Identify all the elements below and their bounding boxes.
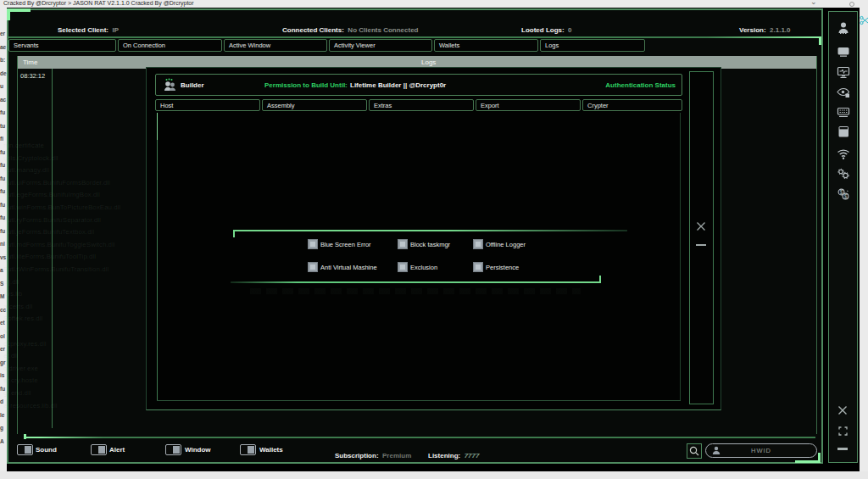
dialog-tab-crypter[interactable]: Crypter bbox=[582, 99, 682, 111]
tab-on-connection[interactable]: On Connection bbox=[118, 39, 222, 52]
ghost-log-line: xvs.lib bbox=[3, 290, 144, 298]
builder-header: Builder Permission to Build Until: Lifet… bbox=[155, 74, 682, 96]
panel-border-top bbox=[233, 230, 627, 231]
tab-wallets[interactable]: Wallets bbox=[434, 39, 538, 52]
ghost-log-line: Softek.res.dll bbox=[3, 315, 144, 322]
permission-label: Permission to Build Until: bbox=[264, 81, 348, 89]
activity-monitor-icon[interactable] bbox=[836, 64, 851, 80]
scissors-icon[interactable] bbox=[860, 14, 868, 26]
ghost-log-line: Futl.mdForms.BunifuToggleSwitch.dll bbox=[3, 241, 144, 248]
toggle-label: Sound bbox=[36, 446, 57, 454]
panel-border-bottom bbox=[231, 281, 601, 283]
subscription-value: Premium bbox=[382, 452, 411, 460]
svg-text:$: $ bbox=[844, 193, 848, 199]
tab-activity-viewer[interactable]: Activity Viewer bbox=[329, 39, 432, 52]
listening: Listening: 7777 bbox=[428, 446, 479, 461]
desktop-top-strip: Cracked By @Drcryptor > JASON RAT V2.1.1… bbox=[0, 0, 868, 8]
svg-text:$: $ bbox=[840, 189, 843, 195]
toggle-alert[interactable] bbox=[91, 444, 107, 455]
panel-border-top-hook bbox=[233, 230, 235, 237]
subscription-label: Subscription: bbox=[335, 452, 379, 460]
toggle-label: Window bbox=[185, 446, 211, 454]
settings-gears-icon[interactable] bbox=[836, 166, 851, 181]
dialog-content-border-left bbox=[157, 113, 158, 401]
ghost-log-line: is.resources.lib.dll bbox=[3, 402, 144, 409]
checkbox-label: Exclusion bbox=[410, 264, 437, 271]
ghost-log-line: gr.end.dll bbox=[3, 389, 144, 397]
ghost-log-line: Futl.liteForms.BunifuToolTip.dll bbox=[3, 253, 144, 260]
monitor-icon[interactable] bbox=[836, 44, 851, 59]
checkbox-persistence[interactable] bbox=[473, 262, 483, 272]
ghost-log-line: Futl.uiForms.BunifuFormsBorder.dll bbox=[3, 179, 144, 187]
version-value: 2.1.1.0 bbox=[770, 26, 790, 34]
logs-column-header: Logs bbox=[421, 58, 436, 66]
tab-logs[interactable]: Logs bbox=[540, 39, 645, 52]
ghost-log-line: Futl.jeForms.BunifuTextbox.dll bbox=[3, 228, 144, 236]
checkbox-block-taskmgr[interactable] bbox=[398, 239, 408, 249]
dialog-tab-extras[interactable]: Extras bbox=[369, 99, 474, 111]
eye-viewer-icon[interactable] bbox=[836, 85, 851, 100]
tab-servants[interactable]: Servants bbox=[8, 39, 116, 52]
dialog-tab-assembly[interactable]: Assembly bbox=[262, 99, 367, 111]
toggle-sound[interactable] bbox=[17, 444, 33, 455]
dialog-content-border-right bbox=[680, 113, 681, 401]
checkbox-label: Offline Logger bbox=[486, 241, 526, 248]
user-icon[interactable] bbox=[836, 20, 851, 36]
ghost-smudge bbox=[250, 288, 581, 294]
time-column-divider bbox=[52, 69, 53, 428]
desktop-right-strip bbox=[860, 8, 868, 471]
wifi-icon[interactable] bbox=[836, 146, 851, 161]
connected-clients-value: No Clients Connected bbox=[348, 26, 418, 34]
maximize-icon[interactable] bbox=[838, 426, 848, 436]
ghost-log-line: et.dll bbox=[3, 352, 144, 359]
tab-active-window[interactable]: Active Window bbox=[224, 39, 327, 52]
close-icon[interactable] bbox=[837, 404, 849, 416]
checkbox-exclusion[interactable] bbox=[398, 262, 408, 272]
checkbox-label: Blue Screen Error bbox=[320, 241, 371, 248]
background-fragment: le bbox=[0, 412, 4, 418]
ghost-log-line: M bbox=[3, 327, 144, 335]
builder-title: Builder bbox=[181, 81, 204, 89]
money-sync-icon[interactable]: $$ bbox=[836, 187, 851, 202]
dialog-tab-export[interactable]: Export bbox=[476, 99, 581, 111]
selected-client: Selected Client: IP bbox=[58, 20, 119, 36]
dialog-minimize-icon[interactable] bbox=[696, 244, 706, 246]
toggle-wallets[interactable] bbox=[240, 444, 256, 455]
connected-clients: Connected Clients: No Clients Connected bbox=[282, 20, 418, 36]
dialog-close-icon[interactable] bbox=[695, 220, 707, 232]
background-fragment: fi bbox=[0, 136, 3, 142]
hwid-input[interactable]: HWID bbox=[705, 443, 817, 458]
minimize-icon[interactable] bbox=[837, 448, 848, 450]
toggle-window[interactable] bbox=[165, 444, 181, 455]
checkbox-offline-logger[interactable] bbox=[473, 239, 483, 249]
ghost-log-line: Futl.tWinForms.BunifuTransition.dll bbox=[3, 265, 144, 273]
dialog-tab-host[interactable]: Host bbox=[155, 99, 260, 111]
chevron-down-icon[interactable]: ⌄ bbox=[810, 0, 817, 6]
auth-status: Authentication Status bbox=[605, 81, 676, 89]
keylogger-icon[interactable] bbox=[836, 104, 851, 120]
dialog-content-border-left-accent bbox=[157, 113, 158, 140]
checkbox-blue-screen-error[interactable] bbox=[308, 239, 318, 249]
header-separator-hook bbox=[819, 36, 821, 45]
circle-icon[interactable] bbox=[849, 2, 854, 7]
background-fragment: tu bbox=[0, 123, 5, 129]
time-column-header: Time bbox=[23, 58, 37, 66]
log-time-cell[interactable]: 08:32:12 bbox=[20, 72, 45, 80]
search-button[interactable] bbox=[687, 443, 702, 459]
background-fragment: u bbox=[0, 83, 3, 89]
ghost-log-line: run.certificate bbox=[3, 142, 144, 149]
ghost-log-line: Futl.managy.dll bbox=[3, 166, 144, 174]
panel-border-bottom-hook bbox=[599, 276, 601, 283]
corner-accent-br2 bbox=[818, 453, 821, 463]
app-window-icon[interactable] bbox=[836, 124, 851, 139]
ghost-log-line: Futl.egeForms.BunifuImgBox.dll bbox=[3, 191, 144, 198]
checkbox-label: Block taskmgr bbox=[410, 241, 450, 248]
dialog-side-strip bbox=[689, 71, 714, 404]
connected-clients-label: Connected Clients: bbox=[282, 26, 344, 34]
background-fragment: A bbox=[0, 438, 4, 444]
ghost-log-line: utils.Cryptolock.dll bbox=[3, 154, 144, 162]
checkbox-anti-virtual-mashine[interactable] bbox=[308, 262, 318, 272]
looted-logs-value: 0 bbox=[568, 26, 571, 34]
desktop-bottom-strip bbox=[0, 471, 868, 479]
hwid-placeholder: HWID bbox=[706, 447, 816, 454]
